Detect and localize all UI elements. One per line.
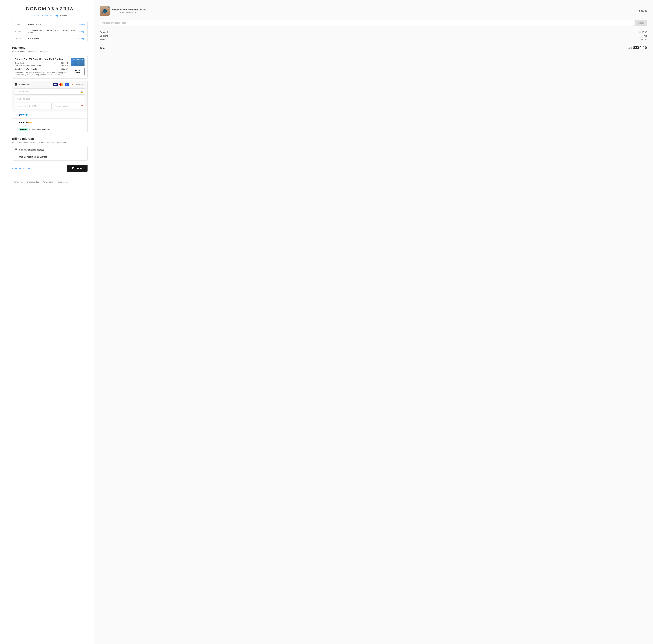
page-wrapper: BCBGMAXAZRIA Cart › Information › Shippi… bbox=[0, 0, 653, 644]
sep3: › bbox=[59, 14, 59, 17]
name-on-card-input[interactable] bbox=[15, 96, 85, 102]
discover-icon: DISC bbox=[70, 83, 75, 86]
subtotal-label: Subtotal bbox=[100, 31, 107, 33]
method-value: FREE SHIPPING bbox=[28, 38, 78, 40]
item-variant: COFFEE BEAN COMBO / XS bbox=[112, 12, 637, 14]
sep2: › bbox=[49, 14, 49, 17]
subtotal-value: $298.00 bbox=[639, 31, 647, 33]
privacy-policy-link[interactable]: Privacy policy bbox=[43, 181, 53, 183]
taxes-value: $26.45 bbox=[640, 38, 647, 41]
afterpay-option[interactable]: afterpay 4 interest-free payments bbox=[12, 126, 87, 133]
billing-different-label: Use a different billing address bbox=[19, 156, 47, 158]
billing-same-radio[interactable] bbox=[15, 148, 17, 151]
total-currency: USD bbox=[628, 47, 632, 49]
card-number-input[interactable] bbox=[15, 89, 85, 95]
afterpay-text: 4 interest-free payments bbox=[29, 128, 50, 131]
afterpay-logo: afterpay 4 interest-free payments bbox=[19, 128, 50, 131]
total-line: Total USD$324.45 bbox=[100, 45, 647, 50]
breadcrumb-payment: Payment bbox=[60, 14, 68, 17]
payment-section-subtitle: All transactions are secure and encrypte… bbox=[12, 50, 88, 53]
billing-section-title: Billing address bbox=[12, 137, 88, 141]
breadcrumb-shipping[interactable]: Shipping bbox=[50, 14, 58, 17]
billing-same-label: Same as shipping address bbox=[19, 148, 44, 151]
shipping-policy-link[interactable]: Shipping policy bbox=[27, 181, 39, 183]
info-row-ship: Ship to 1234 MAIN STREET, NEW YORK, NY 1… bbox=[12, 27, 87, 36]
promo-cost-value: $324.45 bbox=[61, 62, 68, 64]
payment-section-title: Payment bbox=[12, 46, 88, 49]
item-name: Jameson Double-Breasted Jacket bbox=[112, 8, 637, 11]
help-icon: ❓ bbox=[80, 105, 83, 107]
security-code-wrapper: ❓ bbox=[53, 103, 85, 109]
promo-credit-label: Future Card Statement Credit bbox=[15, 65, 41, 67]
promo-total-value: $274.45 bbox=[61, 68, 68, 70]
apply-discount-button[interactable]: Apply bbox=[635, 20, 647, 26]
pay-now-button[interactable]: Pay now bbox=[67, 165, 88, 172]
afterpay-radio[interactable] bbox=[15, 128, 17, 131]
return-to-shipping-link[interactable]: < Return to shipping bbox=[12, 167, 30, 169]
promo-credit-value: -$50.00 bbox=[62, 65, 68, 67]
shipping-value: Free bbox=[643, 34, 647, 37]
total-label: Total bbox=[100, 47, 105, 49]
credit-card-label: Credit card bbox=[19, 83, 29, 86]
breadcrumb-cart[interactable]: Cart bbox=[31, 14, 35, 17]
learn-more-button[interactable]: Learn more bbox=[71, 68, 84, 75]
total-amount-container: USD$324.45 bbox=[628, 45, 647, 50]
amazon-pay-radio[interactable] bbox=[15, 121, 17, 123]
info-row-method: Method FREE SHIPPING Change bbox=[12, 36, 87, 42]
info-summary-box: Contact Bridget Brown Change Ship to 123… bbox=[12, 21, 88, 42]
taxes-label: Taxes bbox=[100, 38, 105, 41]
item-price: $298.00 bbox=[639, 10, 647, 12]
promo-total-label: Total Cost after Credit bbox=[15, 68, 37, 70]
billing-different-radio[interactable] bbox=[15, 156, 17, 158]
credit-card-radio[interactable] bbox=[15, 83, 17, 86]
brand-logo: BCBGMAXAZRIA bbox=[12, 6, 88, 12]
amex-icon: AMEX bbox=[65, 83, 69, 86]
order-item: 🧥 1 Jameson Double-Breasted Jacket COFFE… bbox=[100, 6, 647, 16]
and-more-text: and more... bbox=[76, 84, 85, 86]
billing-different-option[interactable]: Use a different billing address bbox=[12, 154, 87, 160]
right-panel: 🧥 1 Jameson Double-Breasted Jacket COFFE… bbox=[94, 0, 653, 644]
paypal-option[interactable]: PayPal bbox=[12, 112, 87, 119]
ship-value: 1234 MAIN STREET, NEW YORK, NY 100011, U… bbox=[28, 29, 78, 34]
contact-label: Contact bbox=[15, 23, 28, 25]
method-change-link[interactable]: Change bbox=[78, 38, 85, 40]
method-label: Method bbox=[15, 38, 28, 40]
card-number-wrapper: 🔒 bbox=[15, 89, 85, 96]
billing-same-option[interactable]: Same as shipping address bbox=[12, 146, 87, 154]
amazon-pay-logo: amazon pay bbox=[19, 121, 32, 123]
promo-title: Bridget, Earn $50 Back After Your First … bbox=[15, 58, 68, 60]
ship-change-link[interactable]: Change bbox=[78, 30, 85, 33]
paypal-radio[interactable] bbox=[15, 114, 17, 116]
left-panel: BCBGMAXAZRIA Cart › Information › Shippi… bbox=[0, 0, 94, 644]
mc-right bbox=[61, 83, 63, 86]
credit-card-option-row[interactable]: Credit card VISA AMEX DISC and more... bbox=[12, 81, 87, 89]
contact-value: Bridget Brown bbox=[28, 23, 78, 25]
promo-note: Statement Credit will be received 8-12 w… bbox=[15, 71, 68, 76]
item-info: Jameson Double-Breasted Jacket COFFEE BE… bbox=[112, 8, 637, 14]
card-form: 🔒 ❓ bbox=[12, 89, 87, 112]
mastercard-icon bbox=[59, 83, 64, 86]
amazon-pay-option[interactable]: amazon pay bbox=[12, 119, 87, 126]
shipping-label: Shipping bbox=[100, 34, 108, 37]
contact-change-link[interactable]: Change bbox=[78, 23, 85, 25]
security-code-input[interactable] bbox=[53, 103, 85, 109]
payment-options-container: Credit card VISA AMEX DISC and more... bbox=[12, 80, 88, 133]
visa-icon: VISA bbox=[53, 83, 58, 86]
checkout-footer: < Return to shipping Pay now bbox=[12, 165, 88, 172]
refund-policy-link[interactable]: Refund policy bbox=[12, 181, 23, 183]
breadcrumb-information[interactable]: Information bbox=[38, 14, 48, 17]
amex-promo-card: Bridget, Earn $50 Back After Your First … bbox=[12, 55, 88, 78]
credit-card-option[interactable]: Credit card VISA AMEX DISC and more... bbox=[12, 81, 87, 112]
promo-cost-row: Total Cost $324.45 bbox=[15, 62, 68, 64]
billing-options-container: Same as shipping address Use a different… bbox=[12, 146, 88, 161]
lock-icon: 🔒 bbox=[80, 91, 83, 93]
promo-credit-row: Future Card Statement Credit -$50.00 bbox=[15, 65, 68, 67]
policy-links: Refund policy Shipping policy Privacy po… bbox=[12, 178, 88, 183]
card-icons: VISA AMEX DISC and more... bbox=[53, 83, 85, 86]
terms-of-service-link[interactable]: Terms of service bbox=[57, 181, 70, 183]
expiry-security-row: ❓ bbox=[15, 103, 85, 109]
expiry-input[interactable] bbox=[15, 103, 52, 109]
info-row-contact: Contact Bridget Brown Change bbox=[12, 21, 87, 27]
paypal-logo: PayPal bbox=[19, 114, 27, 116]
discount-code-input[interactable] bbox=[100, 20, 634, 26]
